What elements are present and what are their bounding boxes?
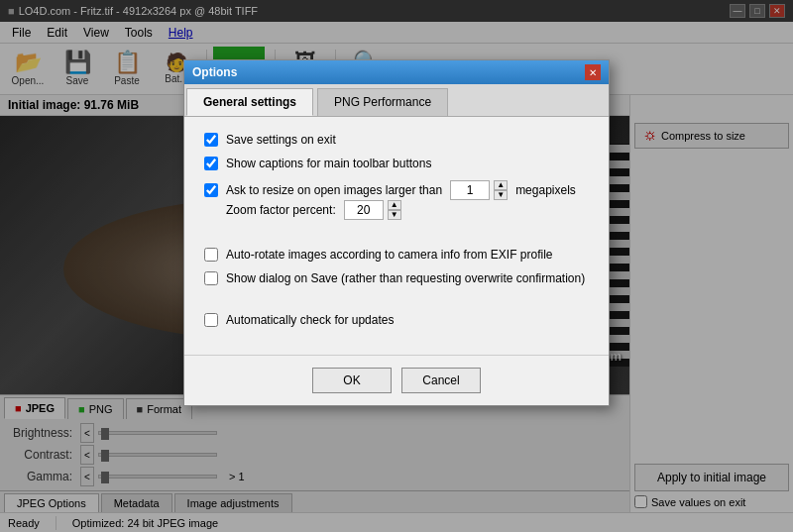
cancel-button[interactable]: Cancel <box>401 368 481 393</box>
dialog-tab-general[interactable]: General settings <box>186 88 313 116</box>
checkbox-row-showdialog: Show dialog on Save (rather than request… <box>204 271 589 285</box>
zoom-label: Zoom factor percent: <box>226 203 336 217</box>
checkbox-captions-label: Show captions for main toolbar buttons <box>226 157 431 170</box>
dialog-overlay: Options ✕ General settings PNG Performan… <box>0 0 793 532</box>
dialog-title: Options <box>192 65 237 79</box>
section-sep <box>204 230 589 238</box>
app-window: ■ LO4D.com - Fritz.tif - 4912x3264 px @ … <box>0 0 793 532</box>
ok-button[interactable]: OK <box>312 368 392 393</box>
options-dialog: Options ✕ General settings PNG Performan… <box>183 59 610 406</box>
dialog-tabs: General settings PNG Performance <box>184 84 609 117</box>
checkbox-autorotate-label: Auto-rotate images according to camera i… <box>226 248 552 262</box>
megapixels-up[interactable]: ▲ <box>494 180 508 190</box>
resize-section: Ask to resize on open images larger than… <box>204 180 589 220</box>
checkbox-showdialog[interactable] <box>204 271 218 285</box>
zoom-row: Zoom factor percent: ▲ ▼ <box>226 200 589 220</box>
section-sep-2 <box>204 295 589 303</box>
zoom-arrows: ▲ ▼ <box>388 200 401 220</box>
checkbox-row-captions: Show captions for main toolbar buttons <box>204 157 589 170</box>
zoom-up[interactable]: ▲ <box>388 200 401 210</box>
checkbox-updates-label: Automatically check for updates <box>226 313 394 327</box>
checkbox-row-resize: Ask to resize on open images larger than… <box>204 180 589 200</box>
checkbox-save-settings-label: Save settings on exit <box>226 133 336 147</box>
checkbox-row-save-settings: Save settings on exit <box>204 133 589 147</box>
dialog-tab-png[interactable]: PNG Performance <box>317 88 448 116</box>
dialog-title-bar: Options ✕ <box>184 60 609 84</box>
megapixels-spinner: ▲ ▼ <box>450 180 508 200</box>
megapixels-label: megapixels <box>515 183 576 197</box>
checkbox-row-updates: Automatically check for updates <box>204 313 589 327</box>
checkbox-captions[interactable] <box>204 157 218 170</box>
zoom-input[interactable] <box>344 200 384 220</box>
megapixels-input[interactable] <box>450 180 490 200</box>
checkbox-showdialog-label: Show dialog on Save (rather than request… <box>226 271 585 285</box>
checkbox-save-settings[interactable] <box>204 133 218 147</box>
checkbox-resize-label: Ask to resize on open images larger than <box>226 183 442 197</box>
checkbox-updates[interactable] <box>204 313 218 327</box>
megapixels-down[interactable]: ▼ <box>494 190 508 200</box>
zoom-spinner: ▲ ▼ <box>344 200 401 220</box>
zoom-down[interactable]: ▼ <box>388 210 401 220</box>
dialog-close-button[interactable]: ✕ <box>585 64 601 80</box>
checkbox-resize[interactable] <box>204 183 218 197</box>
megapixels-arrows: ▲ ▼ <box>494 180 508 200</box>
dialog-footer: OK Cancel <box>184 355 609 405</box>
checkbox-autorotate[interactable] <box>204 248 218 262</box>
checkbox-row-autorotate: Auto-rotate images according to camera i… <box>204 248 589 262</box>
dialog-content: Save settings on exit Show captions for … <box>184 117 609 355</box>
